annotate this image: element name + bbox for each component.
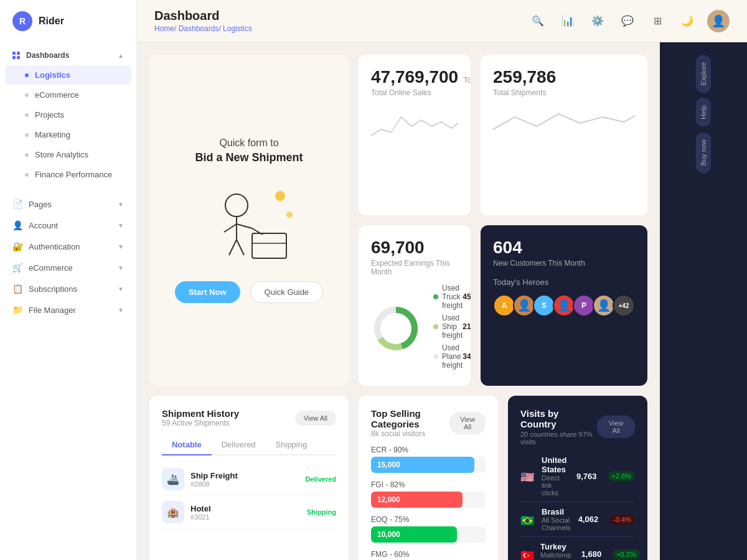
sidebar-item-finance[interactable]: Finance Performance	[5, 165, 131, 184]
categories-card: Top Selling Categories 8k social visitor…	[359, 396, 498, 560]
tab-delivered[interactable]: Delivered	[212, 435, 266, 454]
shipment-subtitle: 59 Active Shipments	[162, 419, 239, 427]
dashboard-grid: Quick form to Bid a New Shipment	[137, 42, 660, 560]
account-chevron: ▼	[118, 222, 124, 229]
sidebar-item-subscriptions[interactable]: 📋 Subscriptions ▼	[0, 278, 136, 299]
hero-avatar-4: 👤	[553, 294, 575, 317]
countries-list: 🇺🇸 United States Direct link clicks 9,76…	[520, 450, 635, 560]
breadcrumb: Home/ Dashboards/ Logistics	[154, 24, 252, 33]
customers-heroes-card: 604 New Customers This Month Today's Her…	[481, 225, 647, 386]
ship-name-2: Hotel	[190, 504, 301, 513]
shipment-view-all-button[interactable]: View All	[295, 411, 336, 426]
sidebar-item-pages[interactable]: 📄 Pages ▼	[0, 194, 136, 215]
sidebar-item-ecommerce-main[interactable]: 🛒 eCommerce ▼	[0, 257, 136, 278]
total-shipments-value: 259,786	[493, 67, 635, 87]
heroes-avatars: A 👤 S 👤 P 👤 +42	[493, 294, 635, 317]
logo[interactable]: R Rider	[0, 0, 136, 42]
sidebar-item-authentication[interactable]: 🔐 Authentication ▼	[0, 236, 136, 257]
countries-view-all-button[interactable]: View All	[597, 416, 635, 438]
sidebar-item-marketing[interactable]: Marketing	[5, 125, 131, 144]
country-tr: 🇹🇷 Turkey Mailchimp Campaigns 1,680 +0.2…	[520, 537, 635, 560]
bar-ecr: ECR - 90% 15,000	[371, 446, 486, 473]
file-manager-icon: 📁	[12, 305, 22, 315]
settings-icon[interactable]: ⚙️	[588, 11, 608, 31]
bar-fmg: FMG - 60% 8,000	[371, 550, 486, 560]
freight-plane: Used Plane freight 34%	[433, 343, 471, 370]
flag-br: 🇧🇷	[520, 514, 535, 525]
svg-line-6	[229, 240, 237, 255]
freight-truck: Used Truck freight 45%	[433, 284, 471, 310]
account-icon: 👤	[12, 220, 22, 230]
quick-guide-button[interactable]: Quick Guide	[250, 281, 324, 303]
sidebar-item-ecommerce[interactable]: eCommerce	[5, 85, 131, 105]
file-chevron: ▼	[118, 307, 124, 314]
sidebar: R Rider Dashboards ▲ Logistics	[0, 0, 137, 560]
hero-avatar-a: A	[493, 294, 515, 317]
shipment-item-2: 🏨 Hotel #3021 Shipping	[162, 496, 336, 529]
start-now-button[interactable]: Start Now	[175, 281, 240, 303]
sidebar-item-store-analytics[interactable]: Store Analytics	[5, 145, 131, 164]
ship-status-2: Shipping	[307, 508, 336, 516]
quick-form-card: Quick form to Bid a New Shipment	[149, 55, 349, 386]
hero-avatar-2: 👤	[513, 294, 535, 317]
ship-dot	[433, 324, 438, 329]
total-shipments-label: Total Shipments	[493, 88, 635, 97]
earnings-value: 69,700	[371, 238, 458, 258]
shipment-title: Shipment History	[162, 408, 239, 419]
sidebar-item-file-manager[interactable]: 📁 File Manager ▼	[0, 299, 136, 320]
ecommerce-chevron: ▼	[118, 264, 124, 271]
ecommerce-icon: 🛒	[12, 263, 22, 273]
sidebar-item-logistics[interactable]: Logistics	[5, 65, 131, 85]
tab-shipping[interactable]: Shipping	[266, 435, 317, 454]
theme-toggle[interactable]: 🌙	[677, 11, 697, 31]
pages-icon: 📄	[12, 199, 22, 209]
chat-icon[interactable]: 💬	[618, 11, 637, 31]
active-dot	[25, 73, 29, 77]
shipments-chart	[493, 105, 635, 142]
page-title: Dashboard	[154, 9, 252, 23]
explore-button[interactable]: Explore	[696, 55, 711, 93]
plane-dot	[433, 354, 438, 359]
help-button[interactable]: Help	[696, 98, 711, 127]
grid-icon[interactable]: ⊞	[647, 11, 667, 31]
sidebar-item-account[interactable]: 👤 Account ▼	[0, 215, 136, 236]
bar-eoq: EOQ - 75% 10,000	[371, 515, 486, 543]
svg-rect-8	[252, 233, 286, 258]
categories-view-all-button[interactable]: View All	[449, 412, 486, 434]
chart-icon[interactable]: 📊	[558, 11, 578, 31]
right-panel: Explore Help Buy now	[660, 42, 747, 560]
hero-avatar-s: S	[533, 294, 555, 317]
countries-title: Visits by Country	[520, 408, 597, 429]
dashboards-group-header[interactable]: Dashboards ▲	[0, 46, 136, 65]
dot	[25, 153, 29, 157]
illustration	[193, 180, 305, 268]
ship-id-2: #3021	[190, 513, 301, 521]
logo-icon: R	[12, 11, 32, 31]
header-right: 🔍 📊 ⚙️ 💬 ⊞ 🌙 👤	[528, 10, 730, 32]
ship-status-1: Delivered	[305, 475, 336, 483]
customers-label: New Customers This Month	[493, 259, 635, 268]
dashboards-section: Dashboards ▲ Logistics eCommerce Project…	[0, 42, 136, 194]
main-area: Dashboard Home/ Dashboards/ Logistics 🔍 …	[137, 0, 747, 560]
breadcrumb-active: Logistics	[223, 24, 252, 33]
total-sales-label: Total Online Sales	[371, 88, 458, 97]
svg-line-5	[237, 224, 252, 228]
badge-br: -0.4%	[609, 515, 635, 525]
subscriptions-chevron: ▼	[118, 286, 124, 292]
svg-point-0	[275, 191, 285, 201]
tab-notable[interactable]: Notable	[162, 435, 212, 455]
auth-icon: 🔐	[12, 241, 22, 251]
sidebar-item-projects[interactable]: Projects	[5, 105, 131, 124]
logo-text: Rider	[39, 16, 64, 27]
hero-avatar-6: 👤	[593, 294, 615, 317]
svg-line-4	[224, 224, 237, 232]
earnings-card: 69,700 Expected Earnings This Month	[359, 225, 471, 386]
user-avatar[interactable]: 👤	[707, 10, 730, 32]
bottom-row: Shipment History 59 Active Shipments Vie…	[149, 396, 647, 560]
stats-grid: 47,769,700 Tons Total Online Sales 259,7…	[359, 55, 647, 386]
search-icon[interactable]: 🔍	[528, 11, 548, 31]
buy-now-button[interactable]: Buy now	[696, 132, 711, 173]
flag-us: 🇺🇸	[520, 470, 535, 482]
shipment-tabs: Notable Delivered Shipping	[162, 435, 336, 455]
illustration-svg	[193, 184, 305, 264]
